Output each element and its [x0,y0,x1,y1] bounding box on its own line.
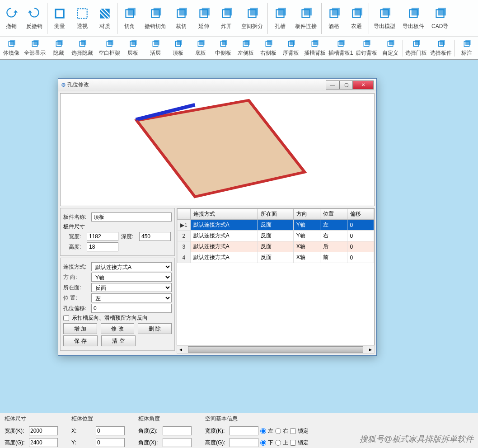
toolbar-undo[interactable]: 撤销 [0,1,23,36]
toolbar-p1[interactable]: 层板 [122,38,144,58]
toolbar-measure[interactable]: 测量 [48,1,71,36]
right-radio[interactable] [275,428,281,434]
conn-select[interactable]: 默认连接方式A [91,262,172,271]
depth-input[interactable] [139,232,171,241]
toolbar-selhide[interactable]: 选择隐藏 [70,38,95,58]
toolbar-cut3[interactable]: 裁切 [170,1,192,36]
toolbar-p6[interactable]: 左侧板 [234,38,257,58]
toolbar-selpanel[interactable]: 选择板件 [428,38,453,58]
pos-x-input[interactable] [96,426,125,435]
svg-rect-1 [56,10,63,17]
toolbar-p2[interactable]: 活层 [144,38,167,58]
reverse-label: 乐扣槽反向、滑槽预留方向反向 [72,314,148,322]
toolbar-custom[interactable]: 自定义 [379,38,402,58]
material-icon [98,6,112,21]
pos-y-input[interactable] [96,438,125,447]
toolbar-rail[interactable]: 衣通 [345,1,368,36]
toolbar-p4[interactable]: 底板 [189,38,212,58]
toolbar-seldoor[interactable]: 选择门板 [404,38,429,58]
connection-grid[interactable]: 连接方式所在面方向位置偏移▶1默认连接方式A反面Y轴左02默认连接方式A反面Y轴… [177,208,375,345]
svg-rect-43 [154,40,159,45]
hide-icon [54,39,64,48]
svg-rect-67 [440,40,445,45]
split-icon [245,6,259,21]
angle-z-input[interactable] [163,426,192,435]
table-row[interactable]: ▶1默认连接方式A反面Y轴左0 [178,220,374,231]
p11-icon [361,39,371,48]
conn-label: 连接方式: [63,263,89,271]
save-button[interactable]: 保 存 [63,335,98,346]
dialog-titlebar[interactable]: ⚙ 孔位修改 — ▢ ✕ [58,79,376,91]
pos-select[interactable]: 左 [91,293,172,302]
table-row[interactable]: 2默认连接方式A反面Y轴右0 [178,231,374,241]
toolbar-material[interactable]: 材质 [94,1,116,36]
modify-button[interactable]: 修 改 [101,323,135,334]
toolbar-p8[interactable]: 厚背板 [280,38,302,58]
hole-edit-dialog: ⚙ 孔位修改 — ▢ ✕ 板件名称: 板件尺寸 宽度: [58,78,377,356]
toolbar-split[interactable]: 空间拆分 [238,1,267,36]
g4-title: 空间基本信息 [205,415,309,423]
angle-x-input[interactable] [163,438,192,447]
svg-rect-65 [415,40,420,45]
toolbar-explode[interactable]: 炸开 [215,1,238,36]
toolbar-frame[interactable]: 空白框架 [97,38,122,58]
close-button[interactable]: ✕ [353,80,374,90]
toolbar-persp[interactable]: 透视 [71,1,94,36]
delete-button[interactable]: 删 除 [138,323,172,334]
toolbar-p11[interactable]: 后钉背板 [354,38,379,58]
lock2-checkbox[interactable] [290,440,296,446]
toolbar-connect[interactable]: 板件连接 [291,1,320,36]
down-radio[interactable] [260,440,266,446]
maximize-button[interactable]: ▢ [339,80,353,90]
up-radio[interactable] [275,440,281,446]
mirror-icon [6,39,16,48]
space-width-input[interactable] [230,426,258,435]
svg-rect-2 [77,9,87,18]
connect-icon [299,6,313,21]
panel-preview[interactable] [60,93,375,206]
toolbar-mirror[interactable]: 体镜像 [0,38,23,58]
panel-name-input[interactable] [91,212,172,222]
svg-rect-63 [389,40,394,45]
toolbar-export2[interactable]: 导出板件 [399,1,428,36]
toolbar-p9[interactable]: 插槽背板 [302,38,327,58]
p5-icon [218,39,228,48]
width-input[interactable] [87,232,118,241]
face-select[interactable]: 反面 [91,283,172,292]
svg-rect-17 [278,8,286,15]
toolbar-cut2[interactable]: 撤销切角 [141,1,170,36]
space-height-input[interactable] [230,438,258,447]
custom-icon [385,39,395,48]
toolbar-redo[interactable]: 反撤销 [23,1,46,36]
table-row[interactable]: 4默认连接方式A反面X轴前0 [178,252,374,263]
cab-width-input[interactable] [29,426,58,435]
clear-button[interactable]: 清 空 [101,335,136,346]
table-row[interactable]: 3默认连接方式A反面X轴后0 [178,241,374,252]
toolbar-hide[interactable]: 隐藏 [47,38,70,58]
minimize-button[interactable]: — [326,80,339,90]
height-input[interactable] [87,242,118,251]
toolbar-cad[interactable]: CAD导 [428,1,452,36]
left-radio[interactable] [260,428,266,434]
dir-select[interactable]: Y轴 [91,273,172,282]
cab-height-input[interactable] [29,438,58,447]
cut1-icon [122,6,137,21]
toolbar-annot[interactable]: 标注 [455,38,478,58]
toolbar-showall[interactable]: 全部显示 [23,38,47,58]
toolbar-p7[interactable]: 右侧板 [257,38,280,58]
lock1-checkbox[interactable] [290,428,296,434]
toolbar-hole[interactable]: 孔槽 [269,1,291,36]
toolbar-extend[interactable]: 延伸 [192,1,215,36]
svg-rect-61 [366,40,370,45]
toolbar-export1[interactable]: 导出模型 [370,1,399,36]
toolbar-p5[interactable]: 中侧板 [212,38,234,58]
toolbar-cut1[interactable]: 切角 [118,1,141,36]
offset-input[interactable] [91,304,172,313]
reverse-checkbox[interactable] [63,315,69,321]
toolbar-p3[interactable]: 顶板 [167,38,189,58]
toolbar-wine[interactable]: 酒格 [323,1,345,36]
toolbar-p10[interactable]: 插槽背板1 [327,38,354,58]
add-button[interactable]: 增 加 [63,323,97,334]
grid-scrollbar[interactable]: ◂▸ [177,345,375,354]
p7-icon [263,39,273,48]
